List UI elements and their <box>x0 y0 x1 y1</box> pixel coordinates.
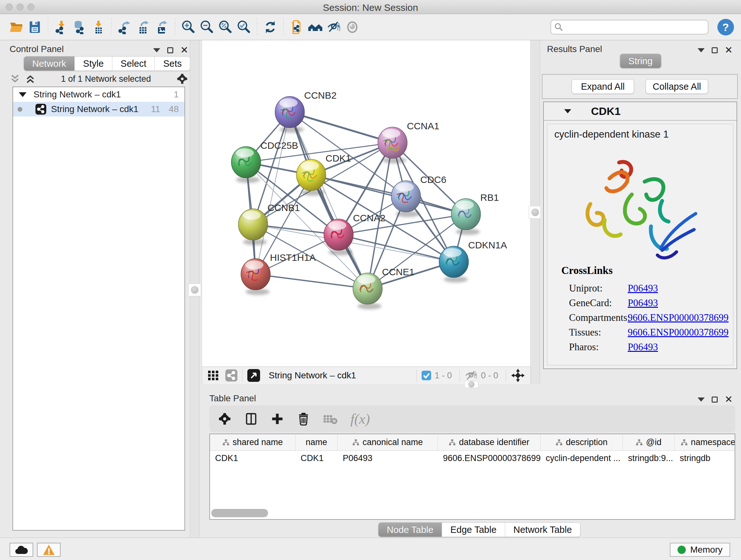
help-button[interactable]: ? <box>718 19 734 36</box>
table-cell[interactable]: CDK1 <box>210 453 295 463</box>
table-horizontal-scrollbar[interactable] <box>211 509 268 517</box>
network-node-ccne1[interactable]: CCNE1 <box>353 266 414 309</box>
network-canvas[interactable]: CCNB2CCNA1CDC25BCDK1CDC6RB1CCNB1CCNA2CDK… <box>202 40 530 367</box>
delete-column-icon[interactable] <box>297 412 310 426</box>
export-table-icon[interactable] <box>134 18 152 37</box>
collapse-all-networks-icon[interactable] <box>10 73 20 84</box>
panel-close-icon[interactable]: ✕ <box>725 45 733 55</box>
network-node-rb1[interactable]: RB1 <box>451 192 499 235</box>
panel-float-icon[interactable] <box>167 47 173 53</box>
genecard-link[interactable]: P06493 <box>628 296 658 310</box>
expand-all-networks-icon[interactable] <box>25 73 36 84</box>
tree-expander-icon[interactable] <box>19 92 26 97</box>
panel-close-icon[interactable]: ✕ <box>180 45 188 55</box>
node-details-header[interactable]: CDK1 <box>544 102 737 121</box>
table-cell[interactable]: 9606.ENSP00000378699 <box>438 453 541 463</box>
expand-all-button[interactable]: Expand All <box>571 79 634 94</box>
table-cell[interactable]: P06493 <box>338 453 438 463</box>
network-node-ccnb2[interactable]: CCNB2 <box>275 90 337 133</box>
show-panels-icon[interactable] <box>343 18 361 37</box>
import-network-from-database-icon[interactable] <box>71 18 89 37</box>
tissues-link[interactable]: 9606.ENSP00000378699 <box>628 325 729 340</box>
network-edge[interactable] <box>256 274 367 289</box>
left-splitter-handle[interactable] <box>188 284 201 296</box>
panel-menu-icon[interactable] <box>697 397 704 401</box>
network-node-hist1h1a[interactable]: HIST1H1A <box>241 252 316 295</box>
export-image-icon[interactable] <box>152 18 171 37</box>
warnings-button[interactable] <box>37 543 61 557</box>
compartments-link[interactable]: 9606.ENSP00000378699 <box>628 310 729 325</box>
memory-button[interactable]: Memory <box>670 543 730 557</box>
bottom-splitter-handle[interactable] <box>464 381 478 388</box>
zoom-fit-content-icon[interactable] <box>216 18 234 37</box>
import-network-from-file-icon[interactable] <box>52 18 71 37</box>
tab-style[interactable]: Style <box>75 57 112 71</box>
table-cell[interactable]: cyclin-dependent ... <box>541 453 623 463</box>
column-header-description[interactable]: description <box>541 434 623 450</box>
panel-menu-icon[interactable] <box>697 48 704 52</box>
column-header-canonical-name[interactable]: canonical name <box>338 434 438 450</box>
import-table-from-file-icon[interactable] <box>89 18 108 37</box>
network-edge[interactable] <box>290 112 393 143</box>
zoom-out-icon[interactable] <box>198 18 216 37</box>
open-session-icon[interactable] <box>7 18 25 37</box>
table-options-gear-icon[interactable] <box>218 412 232 426</box>
panel-menu-icon[interactable] <box>153 48 160 52</box>
column-header-shared-name[interactable]: shared name <box>210 434 295 450</box>
table-cell[interactable]: CDK1 <box>295 453 338 463</box>
results-panel-tabs: String <box>620 54 661 68</box>
section-collapse-icon[interactable] <box>564 109 571 113</box>
function-builder-icon[interactable]: f(x) <box>350 411 370 427</box>
birds-eye-view-icon[interactable] <box>247 369 260 382</box>
table-cell[interactable]: stringdb:9... <box>623 453 675 463</box>
column-header-namespace[interactable]: namespace <box>675 434 735 450</box>
panel-float-icon[interactable] <box>712 396 718 402</box>
tab-select[interactable]: Select <box>112 57 155 71</box>
refresh-view-icon[interactable] <box>261 18 280 37</box>
search-input[interactable] <box>550 20 709 35</box>
tab-string[interactable]: String <box>620 54 661 68</box>
network-tree-row[interactable]: String Network – cdk1 11 48 <box>13 102 185 117</box>
panel-float-icon[interactable] <box>712 47 718 53</box>
pharos-link[interactable]: P06493 <box>628 340 658 354</box>
tab-node-table[interactable]: Node Table <box>379 523 442 537</box>
collapse-all-button[interactable]: Collapse All <box>646 79 708 94</box>
right-splitter-handle[interactable] <box>529 206 542 219</box>
table-cell[interactable]: stringdb <box>675 453 735 463</box>
network-node-ccna1[interactable]: CCNA1 <box>378 121 440 164</box>
column-header-database-identifier[interactable]: database identifier <box>438 434 541 450</box>
tab-network-table[interactable]: Network Table <box>505 523 580 537</box>
uniprot-link[interactable]: P06493 <box>628 281 658 296</box>
home-layout-icon[interactable] <box>306 18 325 37</box>
tab-network[interactable]: Network <box>24 57 75 71</box>
save-session-icon[interactable] <box>25 18 44 37</box>
node-label: CCNB1 <box>267 202 300 213</box>
hide-panels-icon[interactable] <box>325 18 343 37</box>
results-panel: Results Panel ✕ String Expand All Collap… <box>540 40 741 389</box>
table-row[interactable]: CDK1CDK1P064939606.ENSP00000378699cyclin… <box>210 451 735 465</box>
network-node-cdkn1a[interactable]: CDKN1A <box>439 240 507 283</box>
column-header--id[interactable]: @id <box>623 434 675 450</box>
network-tree-root-row[interactable]: String Network – cdk1 1 <box>13 87 185 102</box>
crosslinks-block: CrossLinks Uniprot:P06493 GeneCard:P0649… <box>561 265 729 354</box>
zoom-in-icon[interactable] <box>179 18 198 37</box>
panel-close-icon[interactable]: ✕ <box>725 395 733 404</box>
network-node-cdc6[interactable]: CDC6 <box>391 174 447 217</box>
hidden-eye-slash-icon[interactable] <box>464 370 478 381</box>
add-column-icon[interactable] <box>271 412 284 426</box>
network-options-gear-icon[interactable] <box>176 73 188 85</box>
show-columns-icon[interactable] <box>245 412 258 426</box>
grid-view-icon[interactable] <box>207 369 220 382</box>
network-share-toggle-icon[interactable] <box>225 369 238 382</box>
zoom-selected-icon[interactable] <box>234 18 253 37</box>
tab-edge-table[interactable]: Edge Table <box>442 523 505 537</box>
network-node-ccnb1[interactable]: CCNB1 <box>239 202 300 245</box>
pan-crosshair-icon[interactable] <box>511 368 525 383</box>
selected-checkbox-icon[interactable] <box>421 370 431 381</box>
cloud-status-button[interactable] <box>10 543 33 557</box>
export-network-icon[interactable] <box>116 18 134 37</box>
tab-sets[interactable]: Sets <box>155 57 190 71</box>
share-document-icon[interactable] <box>287 18 306 37</box>
column-header-name[interactable]: name <box>295 434 338 450</box>
delete-table-icon[interactable] <box>323 413 338 425</box>
